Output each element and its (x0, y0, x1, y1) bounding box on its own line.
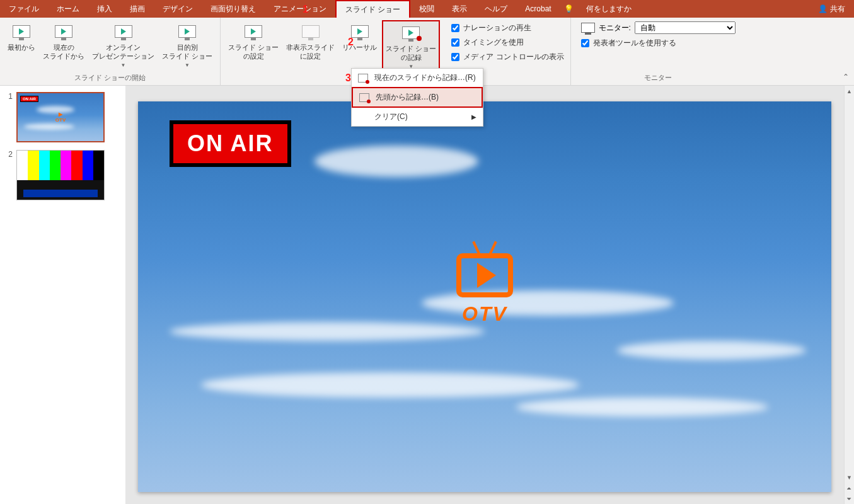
clear-label: クリア(C) (374, 112, 408, 122)
monitor-select[interactable]: 自動 (635, 21, 736, 34)
presenter-view-checkbox[interactable]: 発表者ツールを使用する (581, 38, 736, 49)
timings-label: タイミングを使用 (463, 37, 524, 48)
record-icon (358, 74, 368, 83)
timings-checkbox[interactable]: タイミングを使用 (451, 37, 563, 48)
rehearse-button[interactable]: リハーサル (340, 20, 379, 72)
lightbulb-icon: 💡 (564, 4, 574, 13)
chevron-right-icon: ▶ (471, 113, 476, 120)
online-label: オンライン プレゼンテーション (92, 43, 154, 61)
from-beginning-button[interactable]: 最初から (5, 20, 38, 70)
main-area: 1 ON AIR ▶OTV 2 (0, 86, 854, 504)
custom-label: 目的別 スライド ショー (162, 43, 212, 61)
tab-file[interactable]: ファイル (0, 0, 48, 18)
ribbon-group-start: 最初から 現在の スライドから オンライン プレゼンテーション ▼ 目的別 スラ… (0, 18, 221, 85)
tab-acrobat[interactable]: Acrobat (516, 0, 560, 18)
custom-slideshow-button[interactable]: 目的別 スライド ショー ▼ (159, 20, 215, 70)
record-current-label: 現在のスライドから記録…(R) (374, 72, 476, 83)
clear-item[interactable]: クリア(C) ▶ (352, 108, 483, 126)
scroll-up-button[interactable]: ▲ (845, 86, 854, 96)
slide-canvas[interactable]: ON AIR OTV (138, 101, 831, 492)
cloud-decoration (201, 372, 579, 398)
thumbnail-row-2[interactable]: 2 (4, 150, 122, 200)
chevron-down-icon: ▼ (185, 62, 190, 69)
thumbnail-pane[interactable]: 1 ON AIR ▶OTV 2 (0, 86, 125, 504)
person-icon: 👤 (818, 4, 828, 13)
color-bars (17, 151, 104, 180)
narration-label: ナレーションの再生 (463, 23, 531, 33)
chevron-down-icon: ▼ (121, 62, 126, 69)
media-label: メディア コントロールの表示 (463, 52, 563, 62)
thumb-otv-logo: ▶OTV (55, 112, 66, 123)
tab-draw[interactable]: 描画 (121, 0, 154, 18)
vertical-scrollbar[interactable]: ▲ ▼ ⏶ ⏷ (844, 86, 854, 504)
thumbnail-2[interactable] (16, 150, 105, 200)
editor-pane[interactable]: ON AIR OTV (125, 86, 844, 504)
annotation-2: 2 (348, 37, 354, 48)
setup-label: スライド ショー の設定 (228, 43, 279, 61)
from-current-button[interactable]: 現在の スライドから (40, 20, 87, 70)
record-from-current-item[interactable]: 現在のスライドから記録…(R) (352, 69, 483, 87)
menubar: ファイル ホーム 挿入 描画 デザイン 画面切り替え アニメーション スライド … (0, 0, 854, 18)
tv-icon (456, 253, 513, 297)
group-monitor-label: モニター (575, 73, 742, 85)
group-start-label: スライド ショーの開始 (74, 73, 146, 85)
cloud-decoration (617, 341, 806, 360)
thumb-number: 2 (4, 150, 13, 200)
share-label: 共有 (830, 4, 845, 14)
tab-review[interactable]: 校閲 (410, 0, 443, 18)
thumb-onair-badge: ON AIR (20, 96, 38, 102)
otv-logo[interactable]: OTV (456, 253, 513, 326)
record-dropdown: 現在のスライドから記録…(R) 先頭から記録…(B) クリア(C) ▶ (351, 68, 483, 127)
monitor-label: モニター: (599, 23, 631, 33)
thumbnail-row-1[interactable]: 1 ON AIR ▶OTV (4, 92, 122, 142)
hide-label: 非表示スライド に設定 (286, 43, 335, 61)
record-icon (359, 93, 369, 102)
thumbnail-1[interactable]: ON AIR ▶OTV (16, 92, 105, 142)
online-presentation-button[interactable]: オンライン プレゼンテーション ▼ (89, 20, 157, 70)
cloud-decoration (170, 322, 485, 341)
tab-design[interactable]: デザイン (154, 0, 202, 18)
record-slideshow-button[interactable]: スライド ショー の記録 ▼ (382, 20, 440, 72)
monitor-icon (581, 23, 595, 33)
from-current-label: 現在の スライドから (43, 43, 84, 61)
presenter-label: 発表者ツールを使用する (593, 38, 676, 49)
annotation-1: 1 (303, 4, 308, 15)
cloud-decoration (314, 146, 478, 177)
tab-insert[interactable]: 挿入 (88, 0, 121, 18)
thumb-lower (17, 180, 104, 200)
record-beginning-label: 先頭から記録…(B) (376, 92, 439, 103)
cloud-decoration (516, 398, 768, 416)
tell-me-input[interactable]: 何をしますか (577, 0, 640, 18)
annotation-3: 3 (345, 72, 351, 84)
record-from-beginning-item[interactable]: 先頭から記録…(B) (352, 87, 483, 108)
narration-checkbox[interactable]: ナレーションの再生 (451, 23, 563, 33)
share-button[interactable]: 👤 共有 (809, 4, 854, 14)
from-beginning-label: 最初から (8, 43, 35, 52)
tab-view[interactable]: 表示 (443, 0, 476, 18)
collapse-ribbon-button[interactable]: ⌃ (843, 72, 849, 81)
setup-slideshow-button[interactable]: スライド ショー の設定 (226, 20, 281, 72)
prev-slide-button[interactable]: ⏶ (845, 483, 854, 493)
thumb-number: 1 (4, 92, 13, 142)
tab-transitions[interactable]: 画面切り替え (202, 0, 265, 18)
next-slide-button[interactable]: ⏷ (845, 493, 854, 504)
record-label: スライド ショー の記録 (386, 44, 436, 62)
scroll-down-button[interactable]: ▼ (845, 472, 854, 483)
otv-text: OTV (456, 302, 513, 326)
hide-slide-button[interactable]: 非表示スライド に設定 (284, 20, 337, 72)
tab-animations[interactable]: アニメーション (265, 0, 335, 18)
tab-help[interactable]: ヘルプ (476, 0, 516, 18)
media-controls-checkbox[interactable]: メディア コントロールの表示 (451, 52, 563, 62)
tab-home[interactable]: ホーム (48, 0, 88, 18)
tab-slideshow[interactable]: スライド ショー (335, 0, 410, 18)
onair-badge[interactable]: ON AIR (170, 120, 291, 167)
